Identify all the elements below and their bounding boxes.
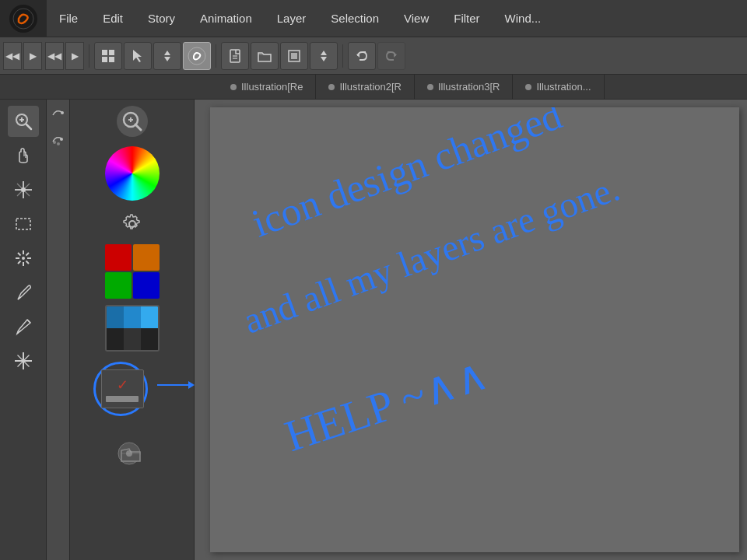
svg-point-49	[57, 142, 60, 145]
menu-story[interactable]: Story	[135, 0, 188, 37]
svg-line-36	[18, 253, 21, 256]
menu-layer[interactable]: Layer	[265, 0, 319, 37]
logo-brand-btn[interactable]	[183, 42, 211, 70]
svg-point-56	[126, 450, 132, 457]
sub-icon-top[interactable]	[49, 106, 68, 124]
svg-rect-1	[102, 50, 107, 55]
arrow-updown-btn[interactable]	[153, 42, 181, 70]
svg-text:and all my layers are gone.: and all my layers are gone.	[238, 167, 625, 341]
nav-right-btn[interactable]: ▶	[23, 42, 42, 70]
nav-left-btn[interactable]: ◀◀	[45, 42, 64, 70]
swatch-green[interactable]	[105, 272, 132, 299]
arrow-line	[157, 384, 188, 386]
burst-tool-btn[interactable]	[8, 243, 39, 274]
svg-line-51	[135, 124, 141, 130]
expand-btn[interactable]	[310, 42, 338, 70]
svg-line-37	[26, 261, 29, 264]
canvas-document: icon design changed and all my layers ar…	[210, 107, 739, 552]
tab-dot-4	[525, 84, 531, 90]
layer-btn[interactable]	[280, 42, 308, 70]
svg-point-8	[188, 47, 205, 65]
resource-panel: ✓	[70, 100, 195, 560]
undo-btn[interactable]	[348, 42, 376, 70]
svg-marker-6	[164, 51, 170, 55]
film-frame-1	[107, 306, 158, 328]
folder-btn[interactable]	[109, 434, 156, 473]
menu-filter[interactable]: Filter	[441, 0, 492, 37]
hand-tool-btn[interactable]	[8, 140, 39, 171]
menu-view[interactable]: View	[391, 0, 441, 37]
tab-bar: Illustration[Re Illustration2[R Illustra…	[0, 75, 747, 100]
swatch-orange[interactable]	[133, 244, 160, 271]
brush-tool-btn[interactable]	[8, 311, 39, 342]
menu-selection[interactable]: Selection	[318, 0, 391, 37]
layer-panel-btn[interactable]: ✓	[97, 366, 167, 428]
svg-text:HELP ~∧∧: HELP ~∧∧	[279, 349, 493, 460]
separator-3	[342, 44, 343, 68]
sub-icon-middle[interactable]	[49, 131, 68, 149]
pen-tool-btn[interactable]	[8, 277, 39, 308]
tool-panel	[0, 100, 47, 560]
tab-dot-1	[230, 84, 237, 90]
redo-btn[interactable]	[377, 42, 405, 70]
zoom-tool-btn[interactable]	[8, 106, 39, 137]
pointer-btn[interactable]	[124, 42, 152, 70]
grid-btn[interactable]	[94, 42, 122, 70]
svg-rect-30	[16, 219, 30, 229]
svg-rect-13	[291, 53, 297, 59]
tab-illustration3[interactable]: Illustration3[R	[415, 75, 513, 100]
film-cell-1	[107, 306, 124, 328]
svg-rect-2	[109, 50, 114, 55]
tab-illustration2[interactable]: Illustration2[R	[316, 75, 414, 100]
film-frame-2	[107, 328, 158, 350]
film-cell-4	[107, 328, 124, 350]
menu-window[interactable]: Wind...	[493, 0, 554, 37]
logo-icon	[9, 5, 37, 33]
arrow-head	[188, 381, 195, 389]
new-file-btn[interactable]	[221, 42, 249, 70]
menu-edit[interactable]: Edit	[90, 0, 135, 37]
tab-illustration4[interactable]: Illustration...	[513, 75, 604, 100]
menu-file[interactable]: File	[47, 0, 90, 37]
animation-strip[interactable]	[105, 305, 160, 352]
menu-animation[interactable]: Animation	[188, 0, 265, 37]
svg-point-47	[60, 138, 63, 141]
checkmark-icon: ✓	[117, 376, 128, 394]
rect-select-btn[interactable]	[8, 208, 39, 240]
panel-search-btn[interactable]	[117, 106, 148, 137]
svg-line-38	[26, 253, 29, 256]
sub-tool-panel	[47, 100, 70, 560]
tab-dot-3	[427, 84, 433, 90]
color-wheel[interactable]	[105, 146, 160, 201]
svg-line-39	[18, 261, 21, 264]
svg-marker-14	[321, 51, 327, 55]
svg-point-31	[22, 257, 25, 260]
nav-right-right-btn[interactable]: ▶	[65, 42, 84, 70]
swatch-red[interactable]	[105, 244, 132, 271]
separator-1	[89, 44, 89, 68]
tab-illustration1[interactable]: Illustration[Re	[218, 75, 316, 100]
svg-rect-3	[102, 57, 107, 62]
svg-line-41	[27, 320, 30, 323]
tab-dot-2	[328, 84, 335, 90]
svg-marker-15	[321, 57, 327, 61]
svg-point-48	[53, 141, 56, 144]
layer-bar	[106, 396, 139, 402]
canvas-area[interactable]: icon design changed and all my layers ar…	[195, 100, 747, 560]
color-swatches[interactable]	[105, 244, 160, 299]
nav-left-left-btn[interactable]: ◀◀	[3, 42, 22, 70]
swatch-blue[interactable]	[133, 272, 160, 299]
svg-text:icon design changed: icon design changed	[246, 107, 567, 246]
film-cell-5	[124, 328, 141, 350]
film-cell-2	[124, 306, 141, 328]
svg-point-29	[21, 187, 26, 192]
app-logo	[0, 0, 47, 37]
settings-btn[interactable]	[118, 210, 146, 238]
svg-rect-4	[109, 57, 114, 62]
select-tool-btn[interactable]	[8, 174, 39, 205]
open-file-btn[interactable]	[251, 42, 279, 70]
menu-items: File Edit Story Animation Layer Selectio…	[47, 0, 553, 37]
sparkle-tool-btn[interactable]	[8, 345, 39, 376]
menu-bar: File Edit Story Animation Layer Selectio…	[0, 0, 747, 37]
svg-line-20	[26, 124, 31, 129]
